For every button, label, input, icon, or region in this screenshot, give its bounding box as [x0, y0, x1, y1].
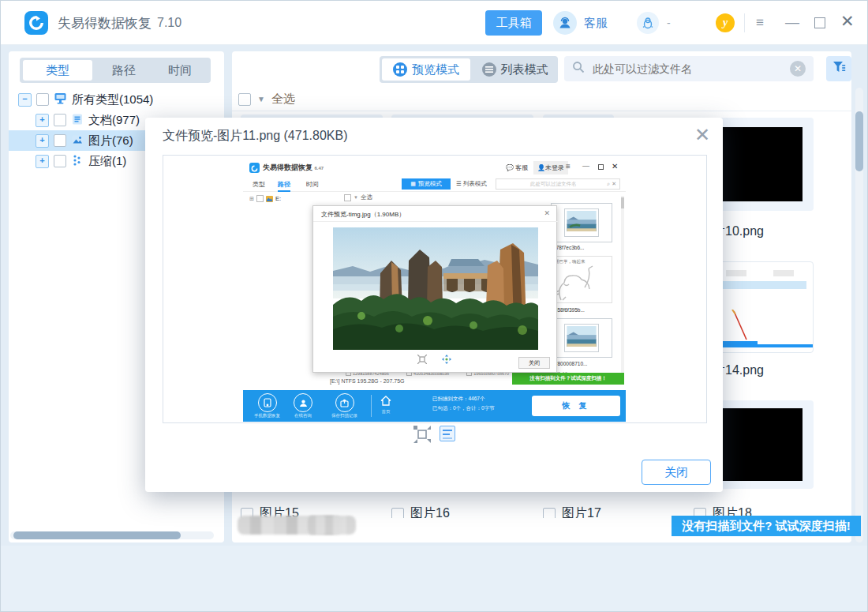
file-item[interactable]: 图片17 — [543, 505, 601, 518]
close-button[interactable]: ✕ — [840, 14, 855, 28]
inner-status: [E:\] NTFS 195.28G - 207.75G — [330, 378, 405, 384]
inner-file-card-sticker: 摇巴掌，嗨起来 — [551, 256, 612, 303]
h-scrollbar-thumb[interactable] — [13, 531, 181, 539]
inner-recover-button: 恢 复 — [532, 396, 620, 416]
search-box: ✕ — [564, 56, 814, 81]
cat-doodle — [553, 265, 608, 302]
app-window: 失易得数据恢复 7.10 工具箱 客服 - y ≡ — ✕ — [0, 0, 868, 612]
qq-status: - — [667, 17, 671, 29]
menu-icon[interactable]: ≡ — [756, 16, 764, 30]
archive-icon — [71, 154, 84, 169]
inner-preview-dialog: 文件预览-timg.jpg（1.90MB） ✕ — [312, 205, 557, 373]
inner-home: 首页 — [380, 395, 391, 415]
inner-sticker-text: 摇巴掌，嗨起来 — [555, 259, 586, 265]
qq-login[interactable]: - — [637, 12, 671, 34]
archives-checkbox[interactable] — [54, 155, 66, 167]
h-scrollbar-track[interactable] — [10, 531, 214, 539]
tab-time[interactable]: 时间 — [152, 60, 208, 81]
tree-row-all-types[interactable]: − 所有类型(1054) — [9, 89, 234, 110]
fullscreen-icon[interactable] — [413, 426, 431, 443]
inner-login: 👤未登录 — [533, 161, 568, 175]
list-mode-button[interactable]: 列表模式 — [474, 58, 556, 81]
qq-penguin-icon — [637, 12, 659, 34]
inner-tab-time: 时间 — [306, 180, 319, 189]
image-icon — [71, 133, 84, 148]
inner-expand-icon — [417, 355, 427, 364]
inner-tab-path: 路径 — [278, 180, 290, 192]
dialog-close-button[interactable]: 关闭 — [642, 460, 711, 485]
inner-dialog-title: 文件预览-timg.jpg（1.90MB） — [321, 210, 405, 219]
inner-file-card — [551, 203, 612, 242]
inner-bar-divider — [371, 395, 372, 417]
documents-checkbox[interactable] — [54, 114, 66, 126]
dialog-close-icon[interactable]: ✕ — [694, 124, 710, 146]
inner-move-icon — [442, 355, 451, 364]
inner-support: 💬 客服 — [506, 163, 528, 172]
filter-button[interactable] — [826, 56, 851, 81]
mosaic-censored-region — [308, 516, 341, 535]
tab-type[interactable]: 类型 — [23, 60, 92, 81]
inner-drive-icon — [266, 196, 273, 202]
select-all-checkbox[interactable] — [238, 93, 251, 106]
inner-app-version: 6.47 — [315, 166, 324, 171]
all-types-checkbox[interactable] — [36, 93, 49, 106]
inner-tabrow: 类型 路径 时间 ▦预览模式 ☰ 列表模式 此处可以过滤文件名 ⌕ ✕ — [243, 177, 626, 192]
vip-badge[interactable]: y — [716, 13, 735, 32]
preview-mode-button[interactable]: 预览模式 — [382, 58, 470, 81]
inner-close: ✕ — [612, 162, 618, 171]
inner-tree-drive: ⊞ E: — [249, 195, 281, 202]
inner-file-card — [551, 318, 612, 358]
select-all-row: ▼ 全选 — [232, 88, 851, 111]
clear-search-icon[interactable]: ✕ — [790, 61, 806, 77]
v-scrollbar-track[interactable] — [855, 88, 863, 543]
file-checkbox[interactable] — [391, 508, 404, 519]
inner-logo-icon — [249, 163, 260, 173]
monitor-icon — [54, 92, 67, 107]
inner-scrollbar — [621, 196, 624, 377]
file-checkbox[interactable] — [543, 508, 556, 519]
search-input[interactable] — [591, 62, 784, 76]
v-scrollbar-thumb[interactable] — [855, 111, 863, 171]
expand-icon[interactable]: + — [36, 134, 49, 148]
thumb-progressbar-rest — [758, 344, 813, 347]
support-button[interactable]: 客服 — [553, 11, 608, 35]
detail-info-icon[interactable] — [440, 426, 455, 441]
view-mode-toggle: 预览模式 列表模式 — [380, 56, 558, 83]
preview-image-content: 失易得数据恢复 6.47 💬 客服 👤未登录 ≡ — ✕ 类型 路径 时间 — [243, 158, 626, 422]
expand-icon[interactable]: + — [36, 114, 49, 127]
expand-icon[interactable]: + — [36, 155, 49, 168]
thumb-pen-mark — [720, 310, 759, 345]
collapse-icon[interactable]: − — [18, 93, 32, 107]
app-logo-icon — [24, 11, 48, 35]
inner-list-mode: ☰ 列表模式 — [456, 180, 487, 188]
inner-dialog-close-button: 关闭 — [518, 357, 550, 369]
search-icon — [572, 61, 585, 77]
grid-icon — [393, 62, 407, 77]
deep-scan-banner[interactable]: 没有扫描到文件? 试试深度扫描! — [672, 516, 861, 536]
inner-minimize: — — [582, 162, 589, 170]
minimize-button[interactable]: — — [785, 15, 799, 29]
maximize-button[interactable] — [814, 17, 825, 28]
bottom-bar: 首页 保存扫描记录 已扫描到文件: 1054个 已勾选: 2个，合计: 380.… — [1, 546, 868, 612]
document-icon — [71, 113, 84, 128]
titlebar: 失易得数据恢复 7.10 工具箱 客服 - y ≡ — ✕ — [1, 1, 868, 45]
inner-titlebar: 失易得数据恢复 6.47 💬 客服 👤未登录 ≡ — ✕ — [243, 158, 626, 177]
inner-search-placeholder: 此处可以过滤文件名 — [499, 181, 607, 188]
funnel-icon — [832, 61, 846, 77]
inner-stats: 已扫描到文件：4467个 已勾选：0个，合计：0字节 — [432, 396, 495, 412]
inner-action-consult: 在线咨询 — [294, 393, 312, 419]
inner-action-phone: 手机数据恢复 — [254, 393, 280, 419]
inner-maximize — [598, 164, 604, 170]
inner-app-title: 失易得数据恢复 — [263, 163, 312, 171]
file-item[interactable]: 图片16 — [391, 505, 450, 518]
dialog-title: 文件预览-图片11.png (471.80KB) — [163, 128, 347, 145]
chevron-down-icon[interactable]: ▼ — [257, 95, 265, 103]
tab-path[interactable]: 路径 — [95, 60, 152, 81]
images-checkbox[interactable] — [54, 134, 66, 147]
inner-search-box: 此处可以过滤文件名 ⌕ ✕ — [496, 178, 620, 190]
photo-bastei-landscape — [333, 227, 538, 350]
inner-tab-type: 类型 — [253, 180, 265, 189]
app-version: 7.10 — [157, 16, 181, 30]
toolbox-button[interactable]: 工具箱 — [485, 10, 542, 36]
headset-icon — [553, 11, 577, 35]
